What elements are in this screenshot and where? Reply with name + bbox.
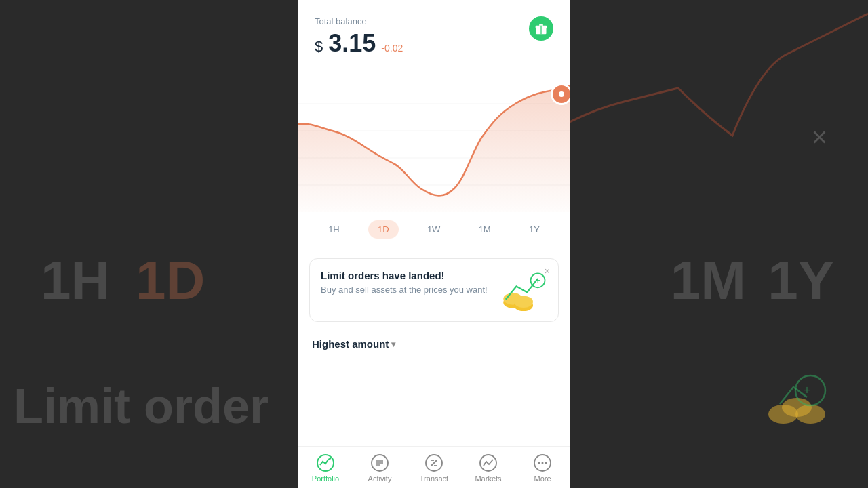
balance-section: Total balance $ 3.15 -0.02 (315, 16, 403, 58)
sort-label: Highest amount (312, 338, 389, 350)
nav-activity[interactable]: Activity (359, 453, 400, 483)
tab-1y[interactable]: 1Y (519, 220, 549, 239)
bg-close-icon: × (812, 122, 827, 152)
gift-button[interactable] (529, 16, 553, 41)
bg-1d-label: 1D (136, 249, 205, 312)
bg-1h-label: 1H (41, 249, 110, 312)
portfolio-nav-label: Portfolio (312, 474, 339, 483)
svg-point-15 (514, 296, 533, 308)
transact-nav-label: Transact (420, 474, 448, 483)
tab-1h[interactable]: 1H (319, 220, 349, 239)
phone-panel: Total balance $ 3.15 -0.02 (298, 0, 570, 488)
balance-row: $ 3.15 -0.02 (315, 29, 403, 58)
dollar-sign: $ (315, 38, 323, 56)
sort-button[interactable]: Highest amount ▾ (312, 338, 395, 350)
markets-nav-label: Markets (475, 474, 501, 483)
bg-1m-label: 1M (671, 249, 746, 312)
more-icon (533, 453, 552, 472)
header: Total balance $ 3.15 -0.02 (298, 0, 570, 63)
notification-description: Buy and sell assets at the prices you wa… (321, 284, 492, 296)
background-right: 1M 1Y × + (570, 0, 868, 488)
portfolio-chart (298, 63, 570, 212)
notification-title: Limit orders have landed! (321, 270, 492, 281)
sort-row: Highest amount ▾ (298, 333, 570, 358)
tab-1m[interactable]: 1M (469, 220, 500, 239)
svg-line-24 (431, 460, 437, 466)
nav-markets[interactable]: Markets (468, 453, 509, 483)
balance-label: Total balance (315, 16, 403, 26)
svg-point-30 (542, 462, 544, 464)
notification-card: Limit orders have landed! Buy and sell a… (309, 258, 559, 322)
background-left: 1H 1D Limit order (0, 0, 298, 488)
balance-change: -0.02 (381, 43, 403, 54)
chart-container (298, 63, 570, 212)
gift-icon (534, 22, 548, 35)
activity-nav-label: Activity (368, 474, 392, 483)
chart-current-dot (551, 83, 570, 105)
svg-text:+: + (535, 276, 540, 285)
svg-point-2 (795, 405, 825, 424)
balance-amount: 3.15 (328, 29, 376, 58)
markets-icon (479, 453, 498, 472)
time-range-tabs: 1H 1D 1W 1M 1Y (298, 212, 570, 247)
tab-1d[interactable]: 1D (368, 220, 399, 239)
bg-1y-label: 1Y (768, 249, 834, 312)
more-nav-label: More (534, 474, 551, 483)
bg-chart-svg (570, 0, 868, 203)
svg-point-29 (538, 462, 540, 464)
sort-chevron-icon: ▾ (391, 340, 395, 349)
bottom-navigation: Portfolio Activity (298, 446, 570, 488)
nav-transact[interactable]: Transact (414, 453, 454, 483)
nav-more[interactable]: More (522, 453, 563, 483)
bg-coins-illustration: + (760, 363, 841, 434)
tab-1w[interactable]: 1W (418, 220, 450, 239)
svg-point-31 (545, 462, 547, 464)
activity-icon (370, 453, 389, 472)
chart-dot-inner (559, 92, 564, 97)
notification-close-button[interactable]: × (545, 266, 550, 277)
nav-portfolio[interactable]: Portfolio (305, 453, 346, 483)
notification-text: Limit orders have landed! Buy and sell a… (321, 270, 492, 296)
notification-illustration: + (500, 270, 547, 310)
transact-icon (425, 453, 443, 472)
portfolio-icon (316, 453, 335, 472)
bg-limit-label: Limit order (14, 378, 269, 434)
coins-chart-icon: + (500, 270, 547, 311)
